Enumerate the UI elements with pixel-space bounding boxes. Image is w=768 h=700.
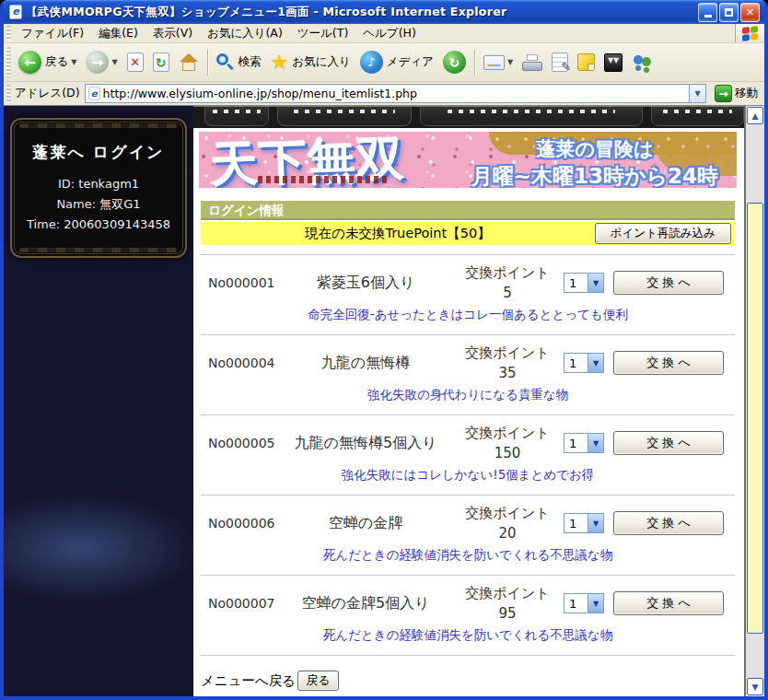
top-nav-button[interactable] <box>651 107 744 126</box>
item-description: 命完全回復-あせったときはコレ一個あるととっても便利 <box>201 301 735 325</box>
menu-help[interactable]: ヘルプ(H) <box>355 24 424 43</box>
top-nav-button[interactable] <box>420 107 642 126</box>
media-icon: ♪ <box>360 51 383 74</box>
exchange-button[interactable]: 交 換 へ <box>613 271 724 295</box>
forward-button[interactable]: → ▼ <box>81 49 122 76</box>
login-panel: 蓬莱へ ログイン ID: tenkagm1 Name: 無双G1 Time: 2… <box>10 118 187 258</box>
back-to-menu-label: メニューへ戻る <box>201 672 296 690</box>
item-action-cell: 交 換 へ <box>613 431 735 455</box>
points-label: 交換ポイント <box>451 505 564 522</box>
item-number: No000004 <box>201 356 280 370</box>
forward-dropdown-icon[interactable]: ▼ <box>111 58 117 66</box>
item-description: 死んだときの経験値消失を防いでくれる不思議な物 <box>201 622 735 646</box>
reload-points-button[interactable]: ポイント再読み込み <box>595 223 731 244</box>
url-input[interactable] <box>103 87 689 100</box>
edit-button[interactable] <box>547 51 573 74</box>
maximize-button[interactable] <box>719 3 739 22</box>
scrollbar-thumb[interactable] <box>747 203 763 634</box>
window-title: 【武侠MMORPG天下無双】ショップメニュー1画面 - Microsoft In… <box>26 5 698 20</box>
menu-file[interactable]: ファイル(F) <box>14 24 91 43</box>
toolbar-grip[interactable] <box>6 47 11 77</box>
exchange-button[interactable]: 交 換 へ <box>613 431 724 455</box>
refresh-button[interactable]: ↻ <box>148 51 174 74</box>
go-button[interactable]: → 移動 <box>711 84 762 103</box>
media-button[interactable]: ♪ メディア <box>355 49 438 76</box>
item-row: No000004 九龍の無悔樽 交換ポイント 35 1 ▼ 交 換 へ <box>201 335 735 381</box>
menu-tools[interactable]: ツール(T) <box>290 24 355 43</box>
select-arrow-icon[interactable]: ▼ <box>588 274 603 292</box>
select-arrow-icon[interactable]: ▼ <box>588 594 603 612</box>
exchange-button[interactable]: 交 換 へ <box>613 511 724 535</box>
discuss-button[interactable] <box>573 52 599 73</box>
points-value: 150 <box>451 445 564 461</box>
item-points: 交換ポイント 150 <box>451 425 564 461</box>
vertical-scrollbar: ▲ ▼ <box>744 106 764 696</box>
maximize-icon <box>725 8 733 17</box>
download-manager-button[interactable]: ▼▼ <box>599 52 627 74</box>
menu-view[interactable]: 表示(V) <box>145 24 200 43</box>
ie-document-icon: e <box>9 5 22 19</box>
favorites-star-icon: ★ <box>271 53 289 72</box>
exchange-button[interactable]: 交 換 へ <box>613 351 724 375</box>
go-arrow-icon: → <box>715 85 732 102</box>
quantity-select[interactable]: 1 ▼ <box>564 353 604 373</box>
scroll-down-button[interactable]: ▼ <box>747 678 763 695</box>
points-value: 20 <box>451 525 564 542</box>
quantity-select[interactable]: 1 ▼ <box>564 513 604 533</box>
points-label: 交換ポイント <box>451 264 564 282</box>
address-dropdown-icon[interactable]: ▼ <box>689 85 705 102</box>
mail-dropdown-icon[interactable]: ▼ <box>507 58 513 66</box>
top-nav-button[interactable] <box>277 107 412 126</box>
close-button[interactable]: ✕ <box>740 3 760 22</box>
menu-edit[interactable]: 編集(E) <box>91 24 145 43</box>
quantity-select[interactable]: 1 ▼ <box>564 433 604 453</box>
exchange-button[interactable]: 交 換 へ <box>613 591 724 615</box>
toolbar-grip[interactable] <box>6 85 11 103</box>
menu-favorites[interactable]: お気に入り(A) <box>200 24 290 43</box>
shop-main: 天下無双 蓬莱の冒険は 月曜~木曜13時から24時 金曜13時から日曜24時まで… <box>193 106 744 696</box>
banner-schedule: 蓬莱の冒険は 月曜~木曜13時から24時 金曜13時から日曜24時まで <box>459 136 731 188</box>
item-row: No000006 空蝉の金牌 交換ポイント 20 1 ▼ 交 換 へ <box>201 496 735 542</box>
quantity-select[interactable]: 1 ▼ <box>564 273 604 293</box>
scrollbar-track[interactable] <box>747 125 763 677</box>
home-button[interactable] <box>174 52 204 74</box>
back-dropdown-icon[interactable]: ▼ <box>71 58 76 66</box>
scroll-up-button[interactable]: ▲ <box>747 107 763 124</box>
item-points: 交換ポイント 95 <box>451 585 564 622</box>
history-button[interactable]: ↻ <box>438 49 471 76</box>
item-name: 空蝉の金牌5個入り <box>280 594 451 613</box>
mail-button[interactable]: ▼ <box>479 53 518 72</box>
messenger-button[interactable] <box>627 52 658 74</box>
item-points: 交換ポイント 20 <box>451 505 564 542</box>
double-chevron-icon: ▼▼ <box>604 53 623 72</box>
truepoint-text: 現在の未交換TruePoint【50】 <box>201 225 595 242</box>
login-time-row: Time: 20060309143458 <box>12 215 185 235</box>
login-panel-title: 蓬莱へ ログイン <box>12 142 185 163</box>
back-button[interactable]: ← 戻る▼ <box>14 49 81 76</box>
points-label: 交換ポイント <box>451 344 564 362</box>
points-value: 35 <box>451 365 564 381</box>
mail-icon <box>483 55 505 70</box>
quantity-select[interactable]: 1 ▼ <box>564 593 604 613</box>
item-action-cell: 交 換 へ <box>613 511 735 535</box>
title-bar: e 【武侠MMORPG天下無双】ショップメニュー1画面 - Microsoft … <box>4 0 764 24</box>
item-number: No000005 <box>201 436 280 450</box>
back-to-menu-button[interactable]: 戻る <box>297 671 338 691</box>
toolbar-grip[interactable] <box>6 26 11 41</box>
top-nav-button[interactable] <box>204 107 269 126</box>
toolbar-separator <box>474 50 475 76</box>
favorites-button[interactable]: ★ お気に入り <box>266 52 355 74</box>
stop-button[interactable]: ✕ <box>122 51 148 74</box>
menu-bar: ファイル(F) 編集(E) 表示(V) お気に入り(A) ツール(T) ヘルプ(… <box>4 24 764 43</box>
select-arrow-icon[interactable]: ▼ <box>588 514 603 532</box>
select-arrow-icon[interactable]: ▼ <box>588 354 603 372</box>
toolbar-separator <box>207 50 208 76</box>
select-arrow-icon[interactable]: ▼ <box>588 434 603 452</box>
item-action-cell: 交 換 へ <box>613 271 735 295</box>
minimize-button[interactable] <box>698 3 717 22</box>
refresh-icon: ↻ <box>153 52 169 72</box>
page-content: 蓬莱へ ログイン ID: tenkagm1 Name: 無双G1 Time: 2… <box>4 106 764 696</box>
print-button[interactable] <box>518 52 547 73</box>
search-button[interactable]: 検索 <box>212 52 266 74</box>
item-row: No000005 九龍の無悔樽5個入り 交換ポイント 150 1 ▼ 交 換 へ <box>201 415 735 461</box>
